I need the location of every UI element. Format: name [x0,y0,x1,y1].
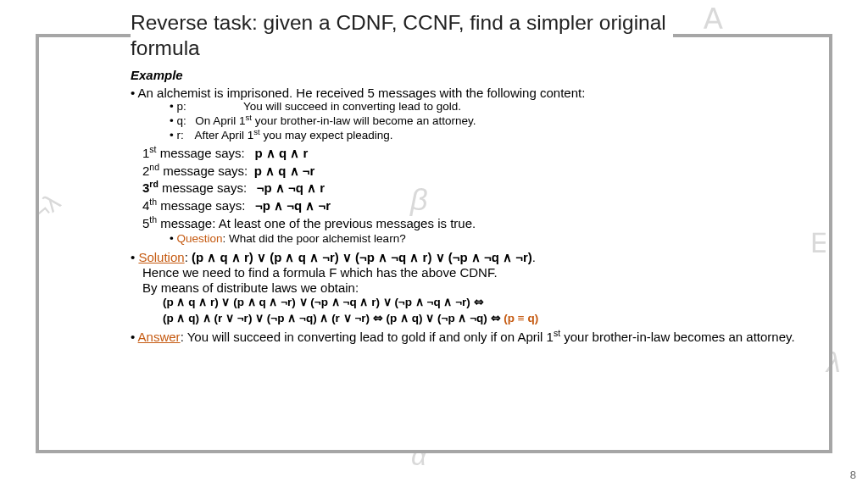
question-bullet: Question: What did the poor alchemist le… [170,232,817,247]
final-equivalence: (p ≡ q) [504,312,538,324]
def-r: r: After April 1st you may expect pleadi… [170,129,817,143]
def-q: q: On April 1st your brother-in-law will… [170,114,817,129]
message-1-formula: p ∧ q ∧ r [254,146,308,160]
derivation-step-2: (p ∧ q) ∧ (r ∨ ¬r) ∨ (¬p ∧ ¬q) ∧ (r ∨ ¬r… [163,311,817,326]
example-label: Example [131,68,817,83]
message-3-formula: ¬p ∧ ¬q ∧ r [257,180,325,195]
intro-bullet: An alchemist is imprisoned. He received … [131,86,817,101]
derivation-step-1: (p ∧ q ∧ r) ∨ (p ∧ q ∧ ¬r) ∨ (¬p ∧ ¬q ∧ … [163,295,817,310]
solution-line3: By means of distribute laws we obtain: [142,280,359,295]
def-p: p: You will succeed in converting lead t… [170,100,817,114]
solution-label: Solution [138,250,184,264]
message-2-formula: p ∧ q ∧ ¬r [254,164,315,178]
solution-cdnf: (p ∧ q ∧ r) ∨ (p ∧ q ∧ ¬r) ∨ (¬p ∧ ¬q ∧ … [192,250,532,264]
message-5: 5th message: At least one of the previou… [142,216,817,231]
solution-line2: Hence we need to find a formula F which … [142,265,498,280]
slide-title: Reverse task: given a CDNF, CCNF, find a… [131,8,673,64]
message-4: 4th message says: ¬p ∧ ¬q ∧ ¬r [142,198,817,214]
question-text: : What did the poor alchemist learn? [223,232,406,245]
solution-bullet: Solution: (p ∧ q ∧ r) ∨ (p ∧ q ∧ ¬r) ∨ (… [131,250,817,295]
message-1: 1st message says: p ∧ q ∧ r [142,146,817,161]
slide-content: Reverse task: given a CDNF, CCNF, find a… [0,0,868,488]
answer-bullet: Answer: You will succeed in converting l… [131,330,817,345]
page-number: 8 [850,469,856,481]
message-2: 2nd message says: p ∧ q ∧ ¬r [142,164,817,179]
message-4-formula: ¬p ∧ ¬q ∧ ¬r [255,198,331,213]
question-label: Question [176,232,222,245]
message-3: 3rd message says: ¬p ∧ ¬q ∧ r [142,180,817,196]
intro-text: An alchemist is imprisoned. He received … [138,86,586,100]
answer-label: Answer [138,330,181,344]
